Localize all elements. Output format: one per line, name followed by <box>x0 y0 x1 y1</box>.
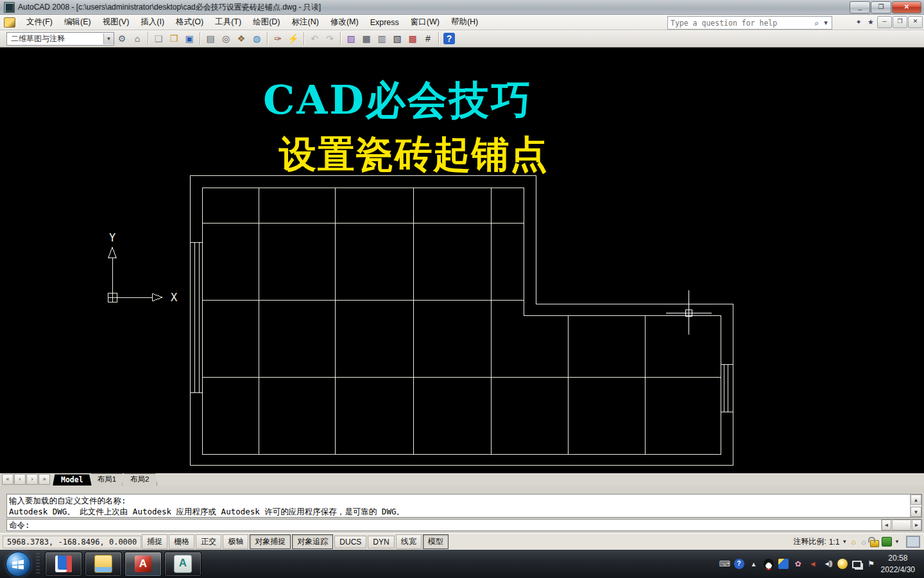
media-player-taskbar-button[interactable] <box>45 552 82 577</box>
menu-edit[interactable]: 编辑(E) <box>58 15 97 30</box>
match-properties-icon[interactable]: ✑ <box>271 31 285 46</box>
toggle-lineweight[interactable]: 线宽 <box>396 534 422 549</box>
show-hidden-icon[interactable]: ▴ <box>749 559 759 569</box>
status-tray-settings-icon[interactable] <box>882 537 892 547</box>
scroll-down-icon[interactable]: ▼ <box>911 507 921 517</box>
my-workspace-icon[interactable]: ⌂ <box>130 31 144 46</box>
menu-file[interactable]: 文件(F) <box>21 15 58 30</box>
sheet-set-manager-icon[interactable]: ▧ <box>390 31 404 46</box>
network-icon[interactable] <box>852 561 862 568</box>
toggle-model[interactable]: 模型 <box>423 534 449 549</box>
menu-browser-icon[interactable] <box>4 17 15 28</box>
hscroll-thumb[interactable] <box>892 520 911 530</box>
toggle-dyn[interactable]: DYN <box>368 536 394 548</box>
annotation-visibility-icon[interactable]: ☼ <box>850 537 857 547</box>
audio-device-icon[interactable]: ◄ <box>808 559 818 569</box>
open-icon[interactable]: ❒ <box>167 31 181 46</box>
search-dropdown-icon[interactable]: ▾ <box>820 17 832 28</box>
quick-calc-icon[interactable]: # <box>421 31 435 46</box>
tab-layout2[interactable]: 布局2 <box>122 473 157 486</box>
tab-last-button[interactable]: » <box>38 474 50 485</box>
search-icon[interactable]: ⌕ <box>813 19 820 28</box>
browser-icon[interactable] <box>837 559 848 569</box>
workspace-dropdown[interactable]: 二维草图与注释 ▼ <box>6 32 114 46</box>
menu-window[interactable]: 窗口(W) <box>405 15 445 30</box>
media-tray-icon[interactable] <box>778 559 789 569</box>
taskbar-clock[interactable]: 20:58 2022/4/30 <box>881 552 918 575</box>
workspace-dropdown-arrow[interactable]: ▼ <box>103 33 114 44</box>
volume-icon[interactable]: ◄))) <box>823 559 833 569</box>
toggle-grid[interactable]: 栅格 <box>169 534 194 549</box>
menu-tools[interactable]: 工具(T) <box>209 15 247 30</box>
redo-icon[interactable]: ↷ <box>323 31 337 46</box>
menu-insert[interactable]: 插入(I) <box>135 15 170 30</box>
scroll-right-icon[interactable]: ▶ <box>912 520 921 530</box>
command-vscrollbar[interactable]: ▲ ▼ <box>910 495 921 517</box>
minimize-button[interactable]: _ <box>850 1 870 13</box>
command-input-line[interactable]: 命令: ◀ ▶ <box>6 519 922 531</box>
toggle-polar[interactable]: 极轴 <box>223 534 248 549</box>
tab-prev-button[interactable]: ‹ <box>14 474 26 485</box>
3d-dwf-icon[interactable]: ◍ <box>250 31 264 46</box>
favorites-star-icon[interactable]: ★ <box>865 17 877 28</box>
file-explorer-taskbar-button[interactable] <box>85 552 122 577</box>
doc-minimize-button[interactable]: ─ <box>877 16 892 28</box>
autocad-taskbar-button[interactable]: A <box>124 552 162 577</box>
help-icon[interactable]: ? <box>734 559 744 569</box>
annotation-scale-dropdown-icon[interactable]: ▼ <box>842 539 847 545</box>
menu-draw[interactable]: 绘图(D) <box>247 15 286 30</box>
tool-palettes-icon[interactable]: ▥ <box>375 31 389 46</box>
status-tray-dropdown-icon[interactable]: ▼ <box>894 539 900 545</box>
coordinate-readout[interactable]: 5968.3783, -168.8496, 0.0000 <box>3 536 141 548</box>
menu-dimension[interactable]: 标注(N) <box>286 15 325 30</box>
workspace-settings-icon[interactable]: ⚙ <box>115 31 129 46</box>
qq-icon[interactable] <box>764 559 774 569</box>
tab-model[interactable]: Model <box>53 474 92 486</box>
doc-restore-button[interactable]: ❐ <box>893 16 907 28</box>
toggle-otrack[interactable]: 对象追踪 <box>292 534 333 549</box>
command-hscrollbar[interactable]: ◀ ▶ <box>881 520 921 530</box>
markup-set-manager-icon[interactable]: ▩ <box>406 31 420 46</box>
block-editor-icon[interactable]: ⚡ <box>286 31 300 46</box>
cad-viewer-taskbar-button[interactable]: A <box>164 552 201 577</box>
tab-first-button[interactable]: « <box>2 474 13 485</box>
menu-help[interactable]: 帮助(H) <box>445 15 484 30</box>
scroll-up-icon[interactable]: ▲ <box>911 495 921 505</box>
menu-format[interactable]: 格式(O) <box>170 15 209 30</box>
undo-icon[interactable]: ↶ <box>307 31 321 46</box>
toggle-ortho[interactable]: 正交 <box>196 534 221 549</box>
toggle-snap[interactable]: 捕捉 <box>142 534 167 549</box>
tab-next-button[interactable]: › <box>26 474 38 485</box>
toggle-osnap[interactable]: 对象捕捉 <box>250 534 291 549</box>
system-tray: ⌨?▴✿◄◄)))⚑ 20:58 2022/4/30 <box>719 552 924 575</box>
help-search-input[interactable] <box>668 18 813 28</box>
plot-preview-icon[interactable]: ◎ <box>219 31 233 46</box>
drawing-area[interactable]: CAD必会技巧 设置瓷砖起铺点 YX <box>0 48 924 473</box>
menu-view[interactable]: 视图(V) <box>97 15 135 30</box>
properties-icon[interactable]: ▨ <box>344 31 358 46</box>
plot-icon[interactable]: ▤ <box>203 31 218 46</box>
toggle-ducs[interactable]: DUCS <box>334 536 366 548</box>
scroll-left-icon[interactable]: ◀ <box>882 520 891 530</box>
restore-button[interactable]: ❐ <box>871 1 891 13</box>
design-center-icon[interactable]: ▦ <box>359 31 373 46</box>
help-icon[interactable]: ? <box>443 33 455 44</box>
menu-modify[interactable]: 修改(M) <box>325 15 364 30</box>
tab-layout1[interactable]: 布局1 <box>89 473 124 486</box>
save-icon[interactable]: ▣ <box>182 31 196 46</box>
communication-center-icon[interactable]: ✦ <box>853 17 864 28</box>
annotation-autoscale-icon[interactable]: ☼ <box>860 537 868 547</box>
toolbar-lock-icon[interactable] <box>870 540 879 547</box>
action-center-icon[interactable]: ⚑ <box>866 559 877 569</box>
start-button[interactable] <box>6 552 31 577</box>
publish-icon[interactable]: ❖ <box>234 31 248 46</box>
doc-close-button[interactable]: ✕ <box>908 16 923 28</box>
clean-screen-button[interactable] <box>906 536 920 548</box>
close-button[interactable]: ✕ <box>892 1 921 13</box>
command-history[interactable]: 输入要加载的自定义文件的名称: Autodesk DWG。 此文件上次由 Aut… <box>6 494 922 518</box>
menu-express[interactable]: Express <box>364 16 405 29</box>
annotation-scale-value[interactable]: 1:1 <box>829 538 840 547</box>
flower-icon[interactable]: ✿ <box>793 559 803 569</box>
new-icon[interactable]: ❑ <box>151 31 166 46</box>
input-keyboard-icon[interactable]: ⌨ <box>719 559 730 569</box>
